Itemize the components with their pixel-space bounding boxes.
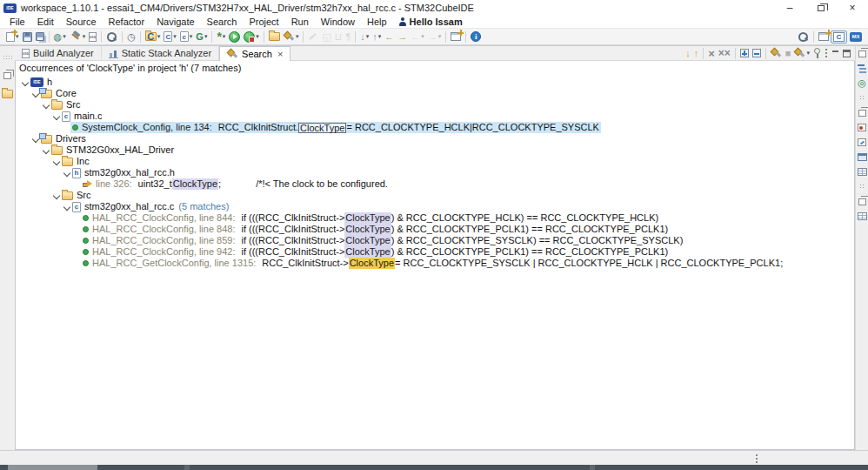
help-info-button[interactable]: i xyxy=(469,30,483,44)
tree-chevron[interactable] xyxy=(20,78,29,86)
search-match-row[interactable]: line 326:uint32_t ClockType;/*!< The clo… xyxy=(16,178,854,190)
save-all-button[interactable] xyxy=(34,30,46,44)
tree-chevron[interactable] xyxy=(51,158,60,165)
registers-view-button[interactable] xyxy=(858,209,867,224)
tab-close-icon[interactable]: × xyxy=(277,49,283,59)
remove-all-matches-button[interactable]: ×× xyxy=(717,46,732,61)
restore-outline-stack-button[interactable] xyxy=(858,46,866,61)
build-analyzer-button[interactable]: 010 xyxy=(87,30,98,44)
new-wizard-button[interactable]: ▾ xyxy=(4,30,21,44)
save-button[interactable] xyxy=(21,30,34,44)
search-match-row[interactable]: HAL_RCC_ClockConfig, line 848:if (((RCC_… xyxy=(16,224,854,235)
search-small-button[interactable] xyxy=(104,30,119,44)
statusbar-drag-handle-icon[interactable] xyxy=(755,453,758,464)
next-match-button[interactable]: ↓ xyxy=(684,46,692,61)
trim-dots-2-button[interactable] xyxy=(860,179,865,194)
tree-node-h[interactable]: IDEh xyxy=(16,77,854,88)
tree-node-main-c[interactable]: cmain.c xyxy=(16,111,854,122)
tree-node-src[interactable]: Src xyxy=(16,190,854,201)
os-taskbar[interactable] xyxy=(0,465,868,470)
search-match-row[interactable]: HAL_RCC_ClockConfig, line 844:if (((RCC_… xyxy=(16,212,854,224)
taskbar-segment[interactable] xyxy=(8,465,97,470)
minimize-button[interactable]: – xyxy=(774,0,805,16)
tree-node-stm32g0xx-hal-driver[interactable]: STM32G0xx_HAL_Driver xyxy=(16,144,854,156)
terminate-search-button[interactable]: ■ xyxy=(784,46,793,61)
launch-button[interactable]: ◍▾ xyxy=(52,30,68,44)
remove-match-button[interactable]: × xyxy=(706,46,717,61)
tree-chevron[interactable] xyxy=(51,191,60,199)
expand-all-button[interactable] xyxy=(738,46,751,61)
generate-code-button[interactable]: G▾ xyxy=(194,30,209,44)
tree-node-src[interactable]: Src xyxy=(16,99,854,111)
search-match-row[interactable]: HAL_RCC_ClockConfig, line 859:if (((RCC_… xyxy=(16,235,854,246)
tab-static-stack-analyzer[interactable]: Static Stack Analyzer xyxy=(102,46,219,60)
restore-editor-button[interactable] xyxy=(2,68,13,83)
taskbar-segment[interactable] xyxy=(590,465,595,470)
collapse-all-button[interactable] xyxy=(751,46,763,61)
format-button[interactable] xyxy=(306,30,320,44)
tree-node-stm32g0xx-hal-rcc-c[interactable]: cstm32g0xx_hal_rcc.c(5 matches) xyxy=(16,201,854,212)
previous-match-button[interactable]: ↑ xyxy=(692,46,701,61)
build-button[interactable]: ▾ xyxy=(68,30,88,44)
new-c-file-button[interactable]: c▾ xyxy=(178,30,195,44)
pin-view-button[interactable] xyxy=(811,46,823,61)
tree-chevron[interactable] xyxy=(51,112,60,120)
taskbar-segment[interactable] xyxy=(184,465,190,470)
user-greeting[interactable]: Hello Issam xyxy=(398,17,463,27)
view-menu-button[interactable] xyxy=(823,46,830,61)
close-button[interactable]: × xyxy=(837,0,868,16)
open-folder-button[interactable] xyxy=(267,30,282,44)
mark-occurrences-button[interactable]: ⊔ xyxy=(333,30,344,44)
back-history-button[interactable]: ←▾ xyxy=(409,30,426,44)
debug-config-button[interactable]: *▾ xyxy=(215,30,227,44)
restore-misc-stack-button[interactable] xyxy=(858,194,866,209)
menu-window[interactable]: Window xyxy=(315,17,361,27)
access-search-button[interactable] xyxy=(796,30,811,44)
trim-dots-1-button[interactable] xyxy=(860,91,865,105)
menu-source[interactable]: Source xyxy=(60,17,103,27)
new-c-project-button[interactable]: C▾ xyxy=(144,30,163,44)
new-cpp-source-button[interactable]: C▾ xyxy=(162,30,178,44)
menu-refactor[interactable]: Refactor xyxy=(103,17,151,27)
breakpoints-view-button[interactable] xyxy=(858,120,866,135)
tab-search[interactable]: Search× xyxy=(219,46,290,61)
tree-node-stm32g0xx-hal-rcc-h[interactable]: hstm32g0xx_hal_rcc.h xyxy=(16,167,854,178)
menu-search[interactable]: Search xyxy=(201,17,244,27)
tree-chevron[interactable] xyxy=(30,90,39,97)
last-edit-back-button[interactable]: ← xyxy=(383,30,396,44)
tree-node-inc[interactable]: Inc xyxy=(16,156,854,167)
menu-project[interactable]: Project xyxy=(243,17,284,27)
properties-view-button[interactable] xyxy=(858,164,867,179)
next-annotation-button[interactable]: ↓▾ xyxy=(358,30,371,44)
search-match-row[interactable]: HAL_RCC_ClockConfig, line 942:if (((RCC_… xyxy=(16,246,854,258)
toggle-source-header-button[interactable]: ◱ xyxy=(320,30,332,44)
perspective-cpp-button[interactable]: C xyxy=(831,30,847,44)
console-view-button[interactable] xyxy=(858,150,867,164)
menu-help[interactable]: Help xyxy=(361,17,393,27)
restore-button[interactable] xyxy=(805,0,837,16)
run-search-again-button[interactable] xyxy=(769,46,784,61)
tree-chevron[interactable] xyxy=(41,101,50,109)
tree-chevron[interactable] xyxy=(30,135,39,143)
build-targets-view-button[interactable]: ◎ xyxy=(858,76,866,91)
show-whitespace-button[interactable]: ¶ xyxy=(344,30,352,44)
maximize-view-button[interactable] xyxy=(841,46,852,61)
tree-chevron[interactable] xyxy=(41,146,50,154)
profile-button[interactable]: ▾ xyxy=(242,30,261,44)
tree-chevron[interactable] xyxy=(62,169,70,177)
tree-node-drivers[interactable]: Drivers xyxy=(16,133,854,144)
minimize-view-button[interactable] xyxy=(830,46,841,61)
run-button[interactable] xyxy=(227,30,242,44)
menu-edit[interactable]: Edit xyxy=(31,17,60,27)
menu-navigate[interactable]: Navigate xyxy=(150,17,200,27)
perspective-mx-button[interactable]: MX xyxy=(847,30,865,44)
open-perspective-right-button[interactable] xyxy=(817,30,831,44)
menu-run[interactable]: Run xyxy=(285,17,315,27)
search-match-row[interactable]: SystemClock_Config, line 134:RCC_ClkInit… xyxy=(16,122,854,133)
forward-history-button[interactable]: →▾ xyxy=(426,30,444,44)
tab-build-analyzer[interactable]: 010Build Analyzer xyxy=(15,46,102,60)
previous-searches-button[interactable]: ▾ xyxy=(792,46,811,61)
tree-chevron[interactable] xyxy=(62,203,70,211)
restore-debug-stack-button[interactable] xyxy=(858,105,866,120)
device-configuration-button[interactable]: ◷ xyxy=(125,30,137,44)
